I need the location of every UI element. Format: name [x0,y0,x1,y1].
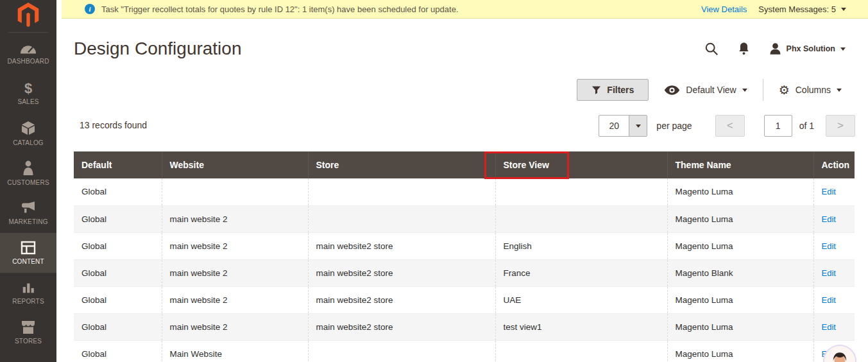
edit-link[interactable]: Edit [822,214,836,224]
sidebar-item-customers[interactable]: CUSTOMERS [0,153,56,193]
system-messages-label: System Messages: 5 [758,4,836,14]
per-page-label: per page [656,121,692,131]
column-header-store-view[interactable]: Store View [495,151,667,178]
stores-icon [21,320,36,334]
previous-page-button[interactable]: < [715,115,745,137]
cell-store-view [495,205,667,232]
chevron-down-icon [742,89,747,92]
per-page-value: 20 [599,116,629,136]
cell-theme-name: Magento Blank [667,259,813,286]
table-body: Global Magento Luma Edit Global main web… [74,178,855,362]
system-notice-bar: i Task "Trigger recollect totals for quo… [62,0,868,19]
search-button[interactable] [704,42,719,56]
cell-default: Global [74,313,162,340]
columns-control[interactable]: ⚙ Columns [779,84,842,96]
cell-store-view [495,178,667,205]
table-row: Global Magento Luma Edit [74,178,855,205]
next-page-button[interactable]: > [826,115,855,137]
sidebar-item-content[interactable]: CONTENT [0,233,56,273]
marketing-icon [21,201,36,215]
edit-link[interactable]: Edit [822,241,836,251]
column-header-default[interactable]: Default [74,151,162,178]
edit-link[interactable]: Edit [822,268,836,278]
table-row: Global main website 2 main website2 stor… [74,313,855,340]
cell-store [308,178,495,205]
cell-website [162,178,308,205]
edit-link[interactable]: Edit [822,187,836,196]
cell-theme-name: Magento Luma [667,313,813,340]
per-page-select[interactable]: 20 [599,115,647,137]
magento-logo[interactable] [0,0,56,30]
cell-theme-name: Magento Luma [667,178,813,205]
sidebar-item-stores[interactable]: STORES [0,313,56,352]
page-title: Design Configuration [74,39,242,59]
bell-icon [738,42,750,56]
cell-store-view: English [495,232,667,259]
sidebar-item-label: SALES [17,98,38,105]
page-number-input[interactable] [764,115,792,137]
per-page-dropdown-button[interactable] [629,116,647,136]
sidebar-item-reports[interactable]: REPORTS [0,273,56,313]
notifications-button[interactable] [738,42,750,56]
view-switcher[interactable]: Default View [664,85,747,96]
system-messages-toggle[interactable]: System Messages: 5 [758,4,846,14]
search-icon [704,42,719,56]
cell-default: Global [74,286,162,313]
cell-store: main website2 store [308,232,495,259]
info-icon: i [85,4,95,14]
chevron-down-icon [837,89,842,92]
pagination: 20 per page < of 1 > [599,114,855,137]
records-found: 13 records found [80,120,147,130]
cell-website: main website 2 [162,286,308,313]
sidebar-nav: DASHBOARD $ SALES CATALOG CUSTOMERS [0,34,56,352]
cell-website: main website 2 [162,259,308,286]
chevron-down-icon [841,8,846,11]
cell-store: main website2 store [308,286,495,313]
cell-website: Main Website [162,340,308,362]
sidebar-divider [8,32,49,33]
account-menu[interactable]: Phx Solution [769,42,846,55]
notice-message: Task "Trigger recollect totals for quote… [101,4,458,14]
sidebar-item-label: CATALOG [13,139,44,146]
eye-icon [664,85,680,96]
catalog-icon [21,121,36,136]
cell-store [308,340,495,362]
gear-icon: ⚙ [779,84,790,96]
page-total-label: of 1 [799,121,814,131]
cell-theme-name: Magento Luma [667,286,813,313]
magento-logo-icon [17,3,39,27]
table-row: Global main website 2 main website2 stor… [74,259,855,286]
header-actions: Phx Solution [704,39,846,59]
edit-link[interactable]: Edit [822,295,836,305]
filters-button[interactable]: Filters [577,79,649,101]
sidebar-item-catalog[interactable]: CATALOG [0,114,56,153]
sidebar-item-label: CUSTOMERS [7,179,49,186]
view-details-link[interactable]: View Details [701,4,747,14]
cell-store [308,205,495,232]
cell-default: Global [74,232,162,259]
cell-theme-name: Magento Luma [667,340,813,362]
grid-toolbar: Filters Default View ⚙ Columns [577,78,842,101]
sidebar-item-dashboard[interactable]: DASHBOARD [0,34,56,74]
cell-store: main website2 store [308,259,495,286]
cell-store-view: UAE [495,286,667,313]
sidebar-item-sales[interactable]: $ SALES [0,74,56,114]
edit-link[interactable]: Edit [822,322,836,332]
sidebar-item-marketing[interactable]: MARKETING [0,193,56,233]
table-row: Global main website 2 main website2 stor… [74,232,855,259]
reports-icon [21,280,35,295]
sidebar-item-label: REPORTS [12,298,44,305]
column-header-store[interactable]: Store [308,151,495,178]
column-header-theme-name[interactable]: Theme Name [667,151,813,178]
cell-default: Global [74,178,162,205]
dashboard-icon [20,43,37,55]
magento-admin-screen: DASHBOARD $ SALES CATALOG CUSTOMERS [0,0,868,362]
table-row: Global Main Website Magento Luma Edit [74,340,855,362]
content-icon [21,241,36,255]
filters-label: Filters [607,85,634,95]
avatar-photo [824,346,855,362]
customers-icon [22,160,35,176]
chevron-down-icon [636,125,641,128]
sidebar-item-label: STORES [15,338,42,345]
column-header-website[interactable]: Website [162,151,308,178]
